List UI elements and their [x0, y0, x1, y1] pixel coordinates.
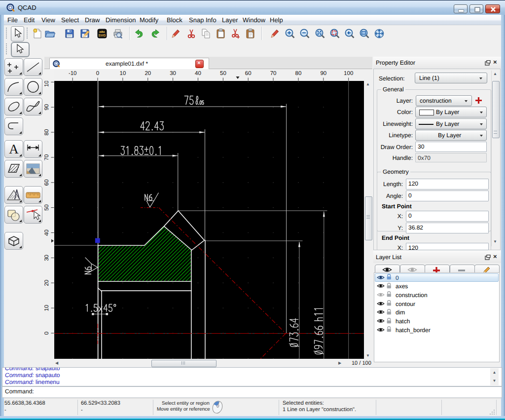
svg-text:80: 80: [44, 129, 50, 136]
svg-text:100: 100: [344, 71, 353, 76]
svg-text:40: 40: [44, 229, 50, 236]
svg-text:80: 80: [295, 71, 302, 76]
svg-text:20: 20: [144, 71, 151, 76]
svg-text:90: 90: [44, 104, 50, 111]
svg-text:20: 20: [44, 280, 50, 286]
svg-text:90: 90: [320, 71, 326, 76]
svg-text:0: 0: [44, 332, 50, 335]
svg-text:0: 0: [96, 71, 99, 76]
svg-text:10: 10: [44, 305, 50, 311]
svg-text:50: 50: [44, 204, 50, 211]
svg-text:40: 40: [195, 71, 201, 76]
svg-text:30: 30: [44, 255, 50, 261]
svg-text:100: 100: [44, 81, 50, 87]
svg-text:70: 70: [44, 154, 50, 161]
svg-text:SVG: SVG: [99, 34, 106, 38]
svg-text:10: 10: [120, 71, 126, 76]
svg-text:60: 60: [245, 71, 252, 76]
svg-text:A: A: [9, 142, 19, 156]
svg-text:70: 70: [270, 71, 277, 76]
svg-text:60: 60: [44, 179, 50, 186]
svg-text:-10: -10: [69, 71, 77, 76]
svg-text:30: 30: [170, 71, 176, 76]
svg-text:50: 50: [220, 71, 226, 76]
